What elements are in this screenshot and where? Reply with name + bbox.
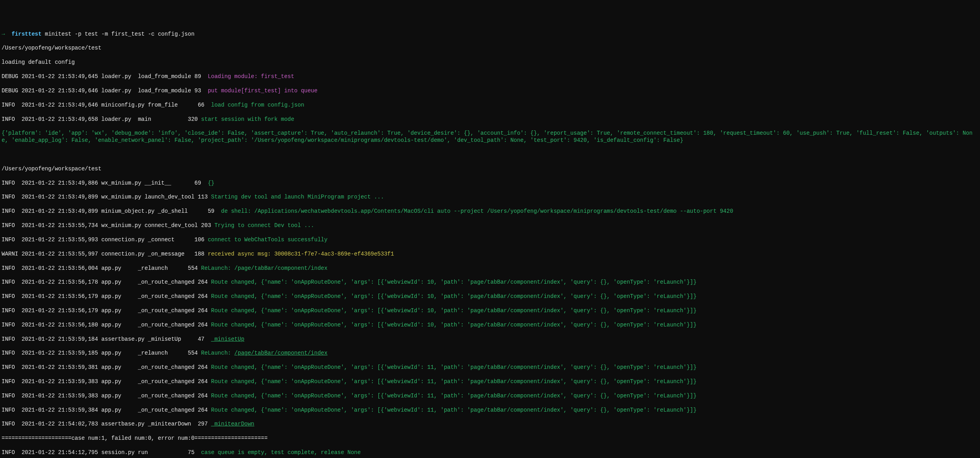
log-prefix: INFO 2021-01-22 21:53:59,381 app.py _on_… [2,364,211,370]
log-prefix: INFO 2021-01-22 21:53:59,383 app.py _on_… [2,378,211,385]
log-line: INFO 2021-01-22 21:53:56,179 app.py _on_… [2,293,978,300]
log-line: INFO 2021-01-22 21:53:49,899 minium_obje… [2,208,978,215]
log-prefix: INFO 2021-01-22 21:53:59,185 app.py _rel… [2,350,201,356]
log-msg: _minisetUp [211,336,244,342]
log-prefix: DEBUG 2021-01-22 21:53:49,646 loader.py … [2,88,208,94]
log-line: WARNI 2021-01-22 21:53:55,997 connection… [2,251,978,258]
log-prefix: INFO 2021-01-22 21:53:55,993 connection.… [2,237,208,243]
log-line: INFO 2021-01-22 21:53:49,646 miniconfig.… [2,102,978,109]
log-msg: _minitearDown [211,421,254,427]
log-line: INFO 2021-01-22 21:53:49,899 wx_minium.p… [2,194,978,201]
cwd-line: /Users/yopofeng/workspace/test [2,45,978,52]
log-msg: connect to WebChatTools successfully [208,237,327,243]
log-prefix: INFO 2021-01-22 21:54:12,795 session.py … [2,449,201,456]
log-prefix: DEBUG 2021-01-22 21:53:49,645 loader.py … [2,73,208,80]
log-line: INFO 2021-01-22 21:53:59,381 app.py _on_… [2,364,978,371]
log-msg: Route changed, {'name': 'onAppRouteDone'… [211,378,697,385]
log-line: DEBUG 2021-01-22 21:53:49,645 loader.py … [2,73,978,80]
log-line: INFO 2021-01-22 21:54:12,795 session.py … [2,449,978,456]
log-line: INFO 2021-01-22 21:53:56,178 app.py _on_… [2,279,978,286]
log-msg: de shell: /Applications/wechatwebdevtool… [221,208,733,214]
log-prefix: INFO 2021-01-22 21:53:56,180 app.py _on_… [2,322,211,328]
log-msg: Trying to connect Dev tool ... [215,222,314,229]
log-line: INFO 2021-01-22 21:53:59,185 app.py _rel… [2,350,978,357]
log-msg: ReLaunch: [201,350,234,356]
log-line: INFO 2021-01-22 21:53:59,184 assertbase.… [2,336,978,343]
log-msg: start session with fork mode [201,116,294,122]
config-dump: {'platform': 'ide', 'app': 'wx', 'debug_… [2,130,978,144]
log-msg: Route changed, {'name': 'onAppRouteDone'… [211,293,697,300]
log-line: INFO 2021-01-22 21:53:59,383 app.py _on_… [2,393,978,400]
log-msg: put module[first_test] into queue [208,88,317,94]
log-msg: ReLaunch: /page/tabBar/component/index [201,265,327,271]
log-msg: received async msg: 30008c31-f7e7-4ac3-8… [208,251,394,257]
log-msg: Starting dev tool and launch MiniProgram… [211,194,384,200]
log-msg: load config from config.json [211,102,304,108]
log-prefix: INFO 2021-01-22 21:53:49,646 miniconfig.… [2,102,211,108]
log-msg: Route changed, {'name': 'onAppRouteDone'… [211,364,697,370]
log-prefix: INFO 2021-01-22 21:54:02,783 assertbase.… [2,421,211,427]
log-prefix: INFO 2021-01-22 21:53:55,734 wx_minium.p… [2,222,215,229]
log-prefix: INFO 2021-01-22 21:53:49,899 minium_obje… [2,208,221,214]
log-prefix: INFO 2021-01-22 21:53:56,179 app.py _on_… [2,307,211,314]
log-msg: Route changed, {'name': 'onAppRouteDone'… [211,407,697,413]
log-prefix: INFO 2021-01-22 21:53:49,899 wx_minium.p… [2,194,211,200]
log-line: INFO 2021-01-22 21:53:56,004 app.py _rel… [2,265,978,272]
blank-line [2,151,978,158]
log-line: INFO 2021-01-22 21:53:56,179 app.py _on_… [2,307,978,315]
log-msg: Route changed, {'name': 'onAppRouteDone'… [211,393,697,399]
log-prefix: INFO 2021-01-22 21:53:59,383 app.py _on_… [2,393,211,399]
log-msg: case queue is empty, test complete, rele… [201,449,361,456]
log-line: INFO 2021-01-22 21:53:59,383 app.py _on_… [2,378,978,385]
log-prefix: INFO 2021-01-22 21:53:59,384 app.py _on_… [2,407,211,413]
log-line: INFO 2021-01-22 21:53:55,734 wx_minium.p… [2,222,978,229]
log-prefix: INFO 2021-01-22 21:53:49,658 loader.py m… [2,116,201,122]
log-prefix: INFO 2021-01-22 21:53:56,179 app.py _on_… [2,293,211,300]
log-line: DEBUG 2021-01-22 21:53:49,646 loader.py … [2,88,978,95]
prompt-command: minitest -p test -m first_test -c config… [45,31,194,37]
log-msg: Route changed, {'name': 'onAppRouteDone'… [211,307,697,314]
log-msg: Loading module: first_test [208,73,294,80]
log-msg: Route changed, {'name': 'onAppRouteDone'… [211,279,697,285]
log-prefix: INFO 2021-01-22 21:53:56,178 app.py _on_… [2,279,211,285]
log-prefix: WARNI 2021-01-22 21:53:55,997 connection… [2,251,208,257]
log-line: INFO 2021-01-22 21:53:56,180 app.py _on_… [2,322,978,329]
log-prefix: INFO 2021-01-22 21:53:49,886 wx_minium.p… [2,180,208,186]
prompt-line[interactable]: → firsttest minitest -p test -m first_te… [2,31,978,38]
log-line: INFO 2021-01-22 21:53:49,658 loader.py m… [2,116,978,123]
prompt-arrow-icon: → [2,31,5,37]
loading-line: loading default config [2,59,978,66]
separator-line: =====================case num:1, failed … [2,435,978,442]
log-msg: Route changed, {'name': 'onAppRouteDone'… [211,322,697,328]
log-msg-path: /page/tabBar/component/index [234,350,327,356]
log-msg: {} [208,180,215,186]
log-line: INFO 2021-01-22 21:54:02,783 assertbase.… [2,421,978,428]
log-prefix: INFO 2021-01-22 21:53:59,184 assertbase.… [2,336,211,342]
cwd-line: /Users/yopofeng/workspace/test [2,166,978,173]
log-line: INFO 2021-01-22 21:53:55,993 connection.… [2,237,978,244]
log-line: INFO 2021-01-22 21:53:49,886 wx_minium.p… [2,180,978,187]
log-line: INFO 2021-01-22 21:53:59,384 app.py _on_… [2,407,978,414]
log-prefix: INFO 2021-01-22 21:53:56,004 app.py _rel… [2,265,201,271]
prompt-dir: firsttest [11,31,42,37]
